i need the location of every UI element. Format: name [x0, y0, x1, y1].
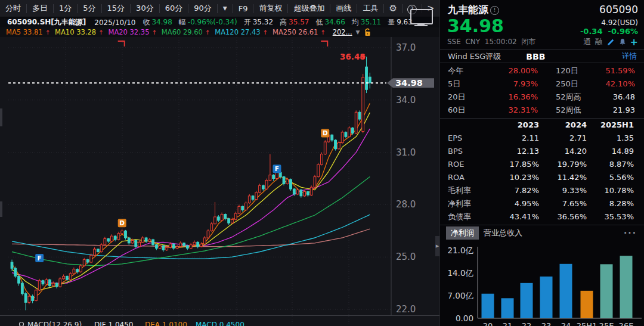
margin-badge-tong: 通	[584, 37, 592, 47]
fin-row-value: 11.42%	[539, 171, 587, 184]
fin-row-value: 5.56%	[587, 171, 634, 184]
fin-row-label: ROA	[448, 171, 481, 184]
tab-total-revenue[interactable]: 营业总收入	[479, 226, 527, 240]
svg-text:23: 23	[541, 321, 552, 326]
return-value: 42.10%	[589, 77, 635, 91]
svg-text:DIF 1.0450: DIF 1.0450	[94, 321, 133, 326]
svg-text:24: 24	[561, 321, 571, 326]
fin-row-value: 12.13	[481, 145, 539, 158]
esg-label: Wind ESG评级	[448, 51, 501, 62]
spacer	[538, 77, 556, 91]
svg-text:26E: 26E	[619, 321, 634, 326]
quote-field-label-0: 收	[143, 18, 150, 26]
symbol-label: 605090.SH[九丰能源]	[7, 17, 86, 27]
quote-field-value-5: 35.11	[361, 18, 381, 26]
svg-text:20: 20	[483, 321, 493, 326]
toolbar-tab-0[interactable]: 分时	[0, 3, 26, 14]
chart-toolbar: 分时多日1分5分15分30分60分90分▼F9前复权超级叠加画线工具⚙?>	[0, 0, 439, 17]
unlock-icon[interactable]	[364, 28, 371, 36]
toolbar-action-4[interactable]: 工具	[357, 3, 383, 14]
fin-row-value: 2.71	[539, 132, 587, 145]
svg-text:37.0: 37.0	[396, 42, 416, 53]
gear-icon[interactable]: ⚙	[384, 3, 401, 14]
svg-text:D: D	[119, 219, 125, 226]
fin-row-value: 4.95%	[481, 197, 539, 210]
fin-row-label: 净利率	[448, 197, 481, 210]
period-dropdown[interactable]: 202...	[333, 28, 352, 36]
usd-price: 4.92(USD)	[580, 18, 638, 27]
return-value: 21.93	[589, 104, 635, 117]
toolbar-action-0[interactable]: F9	[233, 4, 253, 13]
bell-icon[interactable]	[619, 38, 626, 46]
toolbar-tab-1[interactable]: 多日	[27, 3, 53, 14]
svg-text:31.0: 31.0	[396, 147, 416, 158]
panel-collapse-handle[interactable]: ▶	[435, 236, 439, 256]
fin-row-label: 毛利率	[448, 184, 481, 197]
window-edge-handle[interactable]	[0, 201, 2, 217]
svg-text:DEA 1.0100: DEA 1.0100	[145, 321, 187, 326]
add-icon[interactable]: +	[630, 39, 638, 46]
fin-row-label: ROE	[448, 158, 481, 171]
chevron-down-icon[interactable]: ▼	[356, 29, 360, 35]
window-edge-handle[interactable]	[0, 108, 2, 126]
stock-info-panel: 九丰能源! 605090 34.98 4.92(USD) -0.34 -0.96…	[439, 0, 644, 326]
more-menu-icon[interactable]: ···	[624, 228, 637, 238]
quote-field-label-4: 低	[315, 18, 323, 26]
ma-item-undefined: MA10 33.28	[55, 28, 96, 36]
return-value: 7.93%	[479, 77, 538, 91]
monitor-base-icon	[414, 25, 428, 26]
toolbar-dropdown-icon[interactable]: ▼	[218, 5, 233, 11]
toolbar-tab-7[interactable]: 90分	[188, 3, 217, 14]
up-arrow-icon: ↑	[45, 29, 50, 36]
esg-rating: BBB	[526, 52, 545, 61]
margin-badge-rong: 融	[595, 37, 603, 47]
ma-item-undefined: MA5 33.81	[6, 28, 43, 36]
return-label: 今年	[448, 64, 479, 77]
return-value: 28.00%	[479, 64, 538, 77]
stock-name: 九丰能源!	[448, 3, 499, 17]
svg-text:14.0亿: 14.0亿	[447, 268, 473, 278]
fin-row-value: 35.53%	[587, 210, 634, 223]
bar-25H1	[581, 291, 593, 318]
screen-monitor-icon[interactable]	[410, 9, 433, 24]
return-label: 250日	[556, 77, 589, 91]
info-icon[interactable]: !	[490, 6, 499, 15]
bar-20	[482, 294, 494, 318]
quote-field-value-2: 35.32	[253, 18, 273, 26]
ma-values: MA5 33.81↑MA10 33.28↑MA20 32.35↑MA60 29.…	[6, 28, 330, 36]
financial-chart-tabs: 净利润营业总收入···	[440, 225, 644, 241]
fin-table-header: 2024	[539, 119, 587, 132]
fin-row-label: EPS	[448, 132, 481, 145]
up-arrow-icon: ↑	[320, 29, 325, 36]
svg-text:21: 21	[503, 321, 513, 326]
svg-text:MACD(12,26,9): MACD(12,26,9)	[27, 321, 82, 326]
quote-field-label-1: 幅	[179, 18, 186, 26]
toolbar-action-3[interactable]: 画线	[330, 3, 357, 14]
return-label: 20日	[448, 91, 479, 104]
svg-text:21.0亿: 21.0亿	[447, 246, 473, 255]
tab-net-profit[interactable]: 净利润	[446, 226, 479, 240]
fin-row-value: 7.82%	[481, 184, 539, 197]
toolbar-tab-6[interactable]: 60分	[160, 3, 188, 14]
fin-row-value: 19.79%	[539, 158, 587, 171]
quote-field-label-3: 高	[280, 18, 287, 26]
svg-text:22.0: 22.0	[396, 304, 416, 315]
return-label: 60日	[448, 104, 479, 117]
toolbar-tab-3[interactable]: 5分	[78, 3, 101, 14]
ma-item-undefined: MA60 29.60	[162, 28, 203, 36]
quote-date: 2025/10/10	[94, 18, 135, 27]
fin-row-value: 36.56%	[539, 210, 587, 223]
quote-bar: 605090.SH[九丰能源] 2025/10/10 收34.98幅-0.96%…	[0, 17, 439, 27]
fin-row-label: BPS	[448, 145, 481, 158]
toolbar-tab-5[interactable]: 30分	[131, 3, 159, 14]
ma-indicator-bar: MA5 33.81↑MA10 33.28↑MA20 32.35↑MA60 29.…	[0, 27, 439, 37]
esg-detail-link[interactable]: 详情	[622, 51, 637, 61]
toolbar-action-1[interactable]: 前复权	[253, 3, 287, 14]
toolbar-tab-4[interactable]: 15分	[102, 3, 131, 14]
toolbar-tab-2[interactable]: 1分	[54, 3, 77, 14]
candlestick-chart[interactable]: 37.034.031.028.025.022.0FDFD34.9836.48MA…	[0, 0, 439, 326]
pencil-icon[interactable]	[607, 38, 615, 46]
profit-bar-chart[interactable]: 21.0亿14.0亿7.00亿0.00202122232425H125E26E	[440, 241, 644, 326]
toolbar-action-2[interactable]: 超级叠加	[288, 3, 330, 14]
svg-text:F: F	[38, 254, 42, 262]
